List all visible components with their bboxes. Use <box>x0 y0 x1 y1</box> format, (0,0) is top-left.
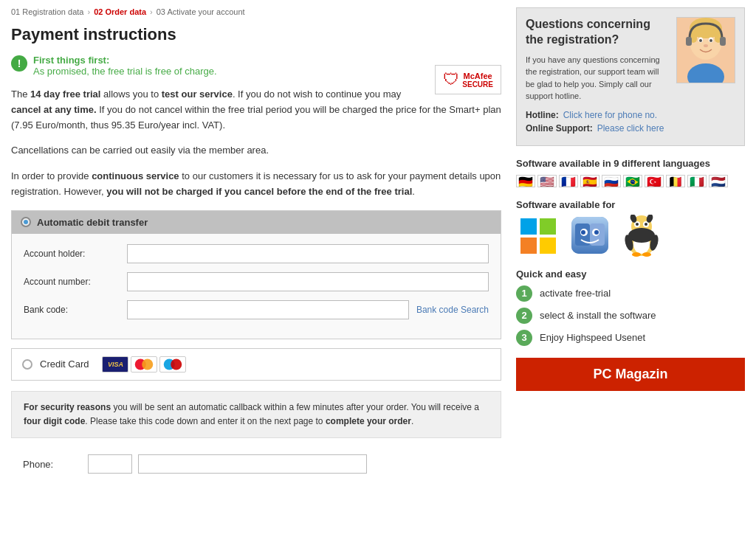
svg-point-41 <box>628 228 655 243</box>
step-number-1: 1 <box>516 285 532 302</box>
mcafee-badge: 🛡 McAfee SECURE <box>435 65 501 94</box>
platforms-title: Software available for <box>516 199 745 210</box>
debit-form-body: Account holder: Account number: Bank cod… <box>12 234 501 339</box>
alert-line2: As promised, the free trial is free of c… <box>33 66 217 77</box>
svg-point-11 <box>699 39 702 42</box>
step-text-2: select & install the software <box>540 310 656 321</box>
breadcrumb-arrow-2: › <box>150 7 153 16</box>
account-holder-label: Account holder: <box>24 249 127 259</box>
breadcrumb: 01 Registration data › 02 Order data › 0… <box>11 7 501 16</box>
mcafee-sublabel: SECURE <box>462 80 493 89</box>
step-text-3: Enjoy Highspeed Usenet <box>540 332 645 343</box>
hotline-row: Hotline: Click here for phone no. <box>526 110 669 120</box>
phone-prefix-input[interactable] <box>88 454 132 474</box>
bank-code-search-link[interactable]: Bank code Search <box>416 305 489 315</box>
bold-cancel: cancel at any time. <box>11 104 97 115</box>
alert-icon: ! <box>11 55 27 72</box>
flags-row: 🇩🇪 🇺🇸 🇫🇷 🇪🇸 🇷🇺 🇧🇷 🇹🇷 🇧🇪 🇮🇹 🇳🇱 <box>516 175 745 187</box>
support-photo-placeholder <box>677 18 735 83</box>
bank-code-label: Bank code: <box>24 305 127 315</box>
bold-not-charged: you will not be charged if you cancel be… <box>106 186 412 197</box>
flag-de: 🇩🇪 <box>516 175 535 187</box>
account-holder-row: Account holder: <box>24 244 489 263</box>
linux-icon <box>619 216 664 257</box>
credit-card-section: Credit Card VISA <box>11 348 501 381</box>
alert-line1: First things first: <box>33 55 217 66</box>
flag-us: 🇺🇸 <box>537 175 557 187</box>
svg-rect-15 <box>720 37 726 46</box>
svg-point-13 <box>704 44 708 47</box>
support-contact: Hotline: Click here for phone no. Online… <box>526 110 669 134</box>
description-para3: In order to provide continuous service t… <box>11 169 501 200</box>
alert-text: First things first: As promised, the fre… <box>33 55 217 77</box>
svg-point-12 <box>709 39 712 42</box>
svg-rect-18 <box>540 218 556 235</box>
hotline-link[interactable]: Click here for phone no. <box>563 110 657 120</box>
svg-rect-19 <box>520 238 537 254</box>
mcafee-label: McAfee <box>462 72 493 80</box>
bank-code-input[interactable] <box>127 300 409 319</box>
quick-step-1: 1 activate free-trial <box>516 285 745 302</box>
svg-point-38 <box>642 252 651 257</box>
svg-point-28 <box>594 230 599 235</box>
debit-radio[interactable] <box>21 217 31 227</box>
quick-title: Quick and easy <box>516 268 745 280</box>
visa-card-icon: VISA <box>102 356 128 373</box>
pc-magazin-badge: PC Magazin <box>516 358 745 391</box>
security-bold1: For security reasons <box>24 402 111 412</box>
account-number-input[interactable] <box>127 272 489 291</box>
mastercard-icon <box>131 356 157 373</box>
svg-rect-20 <box>540 238 556 254</box>
support-box: Questions concerning the registration? I… <box>516 7 745 146</box>
sidebar: Questions concerning the registration? I… <box>516 7 745 479</box>
languages-section: Software available in 9 different langua… <box>516 158 745 187</box>
quick-steps-list: 1 activate free-trial 2 select & install… <box>516 285 745 346</box>
debit-radio-inner <box>24 220 28 224</box>
bank-code-row: Bank code: Bank code Search <box>24 300 489 319</box>
alert-box: ! First things first: As promised, the f… <box>11 55 501 77</box>
step-number-3: 3 <box>516 330 532 346</box>
online-support-label: Online Support: <box>526 123 593 134</box>
breadcrumb-step-2: 02 Order data <box>94 7 146 16</box>
phone-number-input[interactable] <box>138 454 367 474</box>
flag-nl: 🇳🇱 <box>709 175 728 187</box>
breadcrumb-arrow-1: › <box>87 7 90 16</box>
platforms-section: Software available for <box>516 199 745 257</box>
quick-section: Quick and easy 1 activate free-trial 2 s… <box>516 268 745 346</box>
svg-point-33 <box>636 223 639 226</box>
breadcrumb-step-1: 01 Registration data <box>11 7 83 16</box>
flag-fr: 🇫🇷 <box>559 175 578 187</box>
breadcrumb-step-3: 03 Activate your account <box>157 7 245 16</box>
quick-step-2: 2 select & install the software <box>516 308 745 324</box>
support-photo <box>676 17 735 83</box>
maestro-card-icon <box>159 356 186 373</box>
online-support-row: Online Support: Please click here <box>526 123 669 134</box>
security-notice: For security reasons you will be sent an… <box>11 391 501 438</box>
main-content: 01 Registration data › 02 Order data › 0… <box>11 7 501 479</box>
flag-ru: 🇷🇺 <box>602 175 621 187</box>
credit-card-radio[interactable] <box>22 359 32 370</box>
security-bold3: complete your order <box>326 416 411 426</box>
step-number-2: 2 <box>516 308 532 324</box>
support-desc: If you have any questions concerning the… <box>526 54 669 103</box>
debit-form-title: Automatic debit transfer <box>37 217 148 228</box>
account-number-label: Account number: <box>24 277 127 287</box>
bank-code-input-group: Bank code Search <box>127 300 489 319</box>
debit-form-section: Automatic debit transfer Account holder:… <box>11 210 501 339</box>
page-wrapper: 01 Registration data › 02 Order data › 0… <box>0 0 756 487</box>
quick-step-3: 3 Enjoy Highspeed Usenet <box>516 330 745 346</box>
account-holder-input[interactable] <box>127 244 489 263</box>
credit-card-label: Credit Card <box>40 358 89 370</box>
description-para1: The 14 day free trial allows you to test… <box>11 87 501 133</box>
online-support-link[interactable]: Please click here <box>597 123 664 134</box>
languages-title: Software available in 9 different langua… <box>516 158 745 169</box>
mac-icon <box>568 216 612 257</box>
flag-tr: 🇹🇷 <box>645 175 664 187</box>
debit-form-header: Automatic debit transfer <box>12 211 501 234</box>
windows-icon <box>516 216 560 257</box>
flag-be: 🇧🇪 <box>666 175 685 187</box>
credit-cards-row: VISA <box>102 356 186 373</box>
platforms-row <box>516 216 745 257</box>
flag-es: 🇪🇸 <box>580 175 599 187</box>
mcafee-shield-icon: 🛡 <box>443 70 459 89</box>
